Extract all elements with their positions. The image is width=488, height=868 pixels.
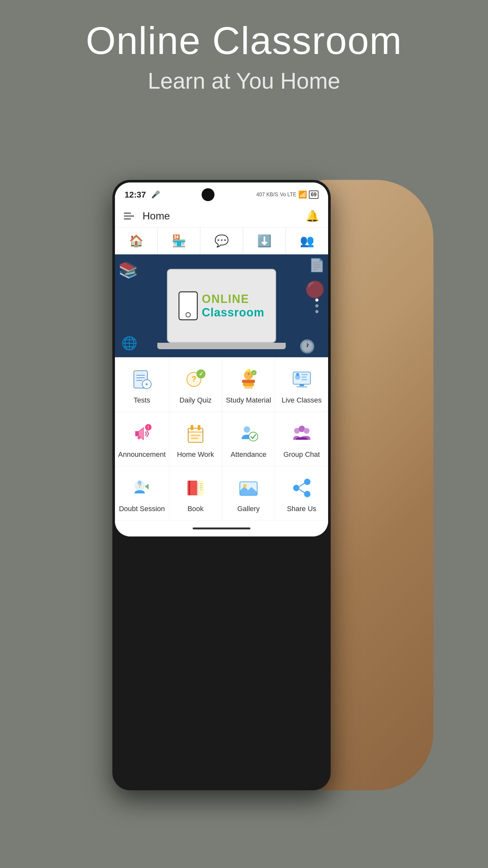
share-us-icon xyxy=(291,477,313,499)
svg-rect-32 xyxy=(198,425,200,430)
svg-text:✓: ✓ xyxy=(252,371,256,375)
phone-frame: 12:37 🎤 407 KB/S Vo LTE 📶 69 xyxy=(112,180,331,790)
home-tab-icon: 🏠 xyxy=(129,234,143,248)
svg-rect-22 xyxy=(301,376,306,378)
app-navbar: Home 🔔 xyxy=(115,204,328,228)
svg-point-55 xyxy=(293,485,299,491)
daily-quiz-icon-area: ? ✓ xyxy=(183,367,208,392)
globe-decoration: 🌐 xyxy=(121,336,137,351)
mic-icon: 🎤 xyxy=(151,190,160,199)
announcement-icon-area: ! xyxy=(129,421,155,446)
shop-tab-icon: 🏪 xyxy=(172,234,186,248)
banner-text: ONLINE Classroom xyxy=(202,292,264,319)
camera-dot xyxy=(202,188,215,201)
tab-download[interactable]: ⬇️ xyxy=(243,228,286,254)
books-decoration: 📚 xyxy=(118,261,138,279)
main-title: Online Classroom xyxy=(0,19,488,62)
main-subtitle: Learn at You Home xyxy=(0,68,488,94)
svg-rect-45 xyxy=(189,480,190,495)
home-work-icon-area xyxy=(183,421,208,446)
svg-rect-24 xyxy=(299,384,304,386)
attendance-label: Attendance xyxy=(230,451,266,459)
live-classes-label: Live Classes xyxy=(282,396,322,404)
announcement-label: Announcement xyxy=(118,451,166,459)
home-work-icon xyxy=(184,423,207,445)
tests-icon xyxy=(131,368,153,391)
banner-classroom-text: Classroom xyxy=(202,306,264,319)
svg-rect-47 xyxy=(198,480,203,495)
svg-point-53 xyxy=(243,484,247,488)
laptop-base xyxy=(157,343,286,349)
menu-item-tests[interactable]: Tests xyxy=(115,358,169,412)
banner-laptop-wrapper: ONLINE Classroom xyxy=(167,269,276,343)
nav-left: Home xyxy=(124,210,170,222)
svg-rect-26 xyxy=(135,431,139,436)
book-icon xyxy=(184,477,207,499)
clock-decoration: 🕐 xyxy=(299,339,315,354)
hamburger-line-1 xyxy=(124,213,131,214)
network-speed: 407 KB/S xyxy=(256,192,278,197)
svg-text:?: ? xyxy=(192,375,196,383)
hamburger-menu[interactable] xyxy=(124,213,134,219)
menu-item-group-chat[interactable]: Group Chat xyxy=(275,412,328,466)
svg-line-57 xyxy=(299,483,305,486)
live-classes-icon xyxy=(291,368,313,391)
top-text-area: Online Classroom Learn at You Home xyxy=(0,19,488,94)
tab-home[interactable]: 🏠 xyxy=(115,228,158,254)
menu-item-daily-quiz[interactable]: ? ✓ Daily Quiz xyxy=(169,358,222,412)
notification-bell-icon[interactable]: 🔔 xyxy=(306,210,319,222)
home-work-label: Home Work xyxy=(177,451,214,459)
dot-3 xyxy=(315,310,319,313)
menu-item-gallery[interactable]: Gallery xyxy=(222,466,275,520)
group-chat-icon-area xyxy=(289,421,315,446)
tests-icon-area xyxy=(129,367,155,392)
nav-title: Home xyxy=(142,210,170,222)
study-material-icon: 💡 ✓ xyxy=(237,368,260,391)
status-time: 12:37 xyxy=(125,190,146,200)
svg-text:💡: 💡 xyxy=(245,369,252,375)
menu-item-share-us[interactable]: Share Us xyxy=(275,466,328,520)
banner-carousel-dots xyxy=(315,299,319,313)
banner-online-text: ONLINE xyxy=(202,292,264,306)
svg-rect-31 xyxy=(191,425,193,430)
phone-screen: 12:37 🎤 407 KB/S Vo LTE 📶 69 xyxy=(115,183,328,536)
hamburger-line-3 xyxy=(124,218,131,219)
tab-chat[interactable]: 💬 xyxy=(200,228,243,254)
bottom-nav-area xyxy=(115,520,328,536)
share-us-label: Share Us xyxy=(287,505,317,513)
attendance-icon xyxy=(237,423,260,445)
tests-label: Tests xyxy=(134,396,150,404)
svg-point-56 xyxy=(304,491,311,497)
doubt-session-label: Doubt Session xyxy=(119,505,165,513)
dot-1 xyxy=(315,299,319,302)
svg-point-40 xyxy=(304,428,310,434)
menu-item-home-work[interactable]: Home Work xyxy=(169,412,222,466)
live-classes-icon-area xyxy=(289,367,315,392)
menu-item-book[interactable]: Book xyxy=(169,466,222,520)
dot-2 xyxy=(315,304,319,307)
download-tab-icon: ⬇️ xyxy=(257,234,271,248)
tab-profile[interactable]: 👥 xyxy=(286,228,328,254)
svg-rect-21 xyxy=(301,374,308,375)
menu-grid: Tests ? ✓ Daily Quiz xyxy=(115,357,328,520)
banner-laptop: ONLINE Classroom xyxy=(167,269,276,343)
svg-rect-27 xyxy=(138,436,140,439)
attendance-icon-area xyxy=(236,421,261,446)
svg-point-43 xyxy=(138,480,141,485)
menu-item-doubt-session[interactable]: ? Doubt Session xyxy=(115,466,169,520)
menu-item-attendance[interactable]: Attendance xyxy=(222,412,275,466)
tab-shop[interactable]: 🏪 xyxy=(158,228,200,254)
menu-item-study-material[interactable]: 💡 ✓ Study Material xyxy=(222,358,275,412)
battery-indicator: 69 xyxy=(309,190,319,199)
hero-banner: 📚 🌐 📄 🔴 🕐 ONLINE Classroom xyxy=(115,254,328,357)
svg-rect-34 xyxy=(191,435,200,436)
status-right: 407 KB/S Vo LTE 📶 69 xyxy=(256,190,319,199)
menu-item-live-classes[interactable]: Live Classes xyxy=(275,358,328,412)
svg-point-37 xyxy=(249,432,258,441)
study-material-icon-area: 💡 ✓ xyxy=(236,367,261,392)
gallery-icon-area xyxy=(236,475,261,501)
book-label: Book xyxy=(188,505,203,513)
doubt-session-icon: ? xyxy=(131,477,153,499)
menu-item-announcement[interactable]: ! Announcement xyxy=(115,412,169,466)
book-icon-area xyxy=(183,475,208,501)
